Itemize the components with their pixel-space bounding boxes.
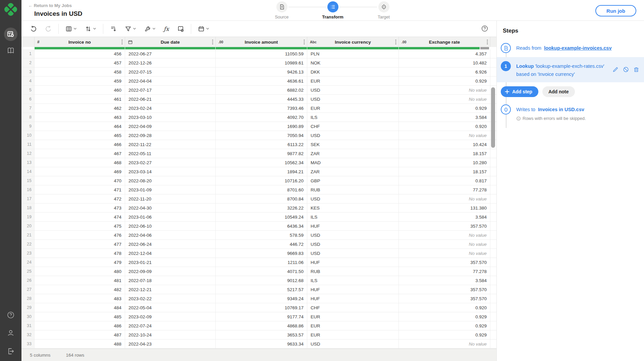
- write-step[interactable]: Writes to Invoices in USD.csv: [497, 100, 644, 115]
- cell-invoice-amount[interactable]: 10989.61: [216, 58, 307, 67]
- cell-exchange-rate[interactable]: 10.280: [399, 158, 490, 167]
- table-row[interactable]: 64612022-06-214445.33USDNo value: [21, 95, 496, 104]
- stepper-transform[interactable]: Transform: [326, 1, 339, 19]
- cell-invoice-currency[interactable]: ILS: [307, 276, 399, 285]
- table-row[interactable]: 144692023-03-141894.21ZAR18.157: [21, 167, 496, 176]
- cell-invoice-no[interactable]: 458: [35, 67, 125, 76]
- table-row[interactable]: 94642022-04-091690.89CHF0.920: [21, 122, 496, 131]
- cell-invoice-no[interactable]: 484: [35, 303, 125, 312]
- table-row[interactable]: 154702022-08-2010716.20GBP0.817: [21, 176, 496, 185]
- cell-exchange-rate[interactable]: 0.929: [399, 77, 490, 85]
- column-header-invoice-amount[interactable]: .00Invoice amount: [216, 37, 307, 47]
- cell-invoice-currency[interactable]: KES: [307, 204, 399, 212]
- cell-due-date[interactable]: 2022-06-21: [125, 95, 216, 103]
- cell-invoice-no[interactable]: 475: [35, 222, 125, 230]
- cell-exchange-rate[interactable]: No value: [399, 340, 490, 348]
- column-header-invoice-currency[interactable]: AbcInvoice currency: [307, 37, 399, 47]
- cell-invoice-no[interactable]: 472: [35, 194, 125, 203]
- table-row[interactable]: 54602022-07-176882.02USDNo value: [21, 86, 496, 95]
- table-row[interactable]: 334882022-04-239633.34USDNo value: [21, 340, 496, 349]
- cell-invoice-currency[interactable]: EUR: [307, 104, 399, 112]
- cell-exchange-rate[interactable]: 0.929: [399, 104, 490, 112]
- table-row[interactable]: 44592022-04-044636.61EUR0.929: [21, 77, 496, 86]
- cell-invoice-amount[interactable]: 8701.60: [216, 185, 307, 194]
- cell-invoice-currency[interactable]: EUR: [307, 312, 399, 321]
- table-row[interactable]: 184732022-04-303226.22KES131.380: [21, 204, 496, 213]
- cell-due-date[interactable]: 2022-08-20: [125, 176, 216, 185]
- cell-exchange-rate[interactable]: 10.482: [399, 58, 490, 67]
- cell-invoice-amount[interactable]: 1211.06: [216, 258, 307, 267]
- cell-exchange-rate[interactable]: 3.584: [399, 213, 490, 221]
- table-row[interactable]: 74622023-02-247393.46EUR0.929: [21, 104, 496, 113]
- cell-invoice-no[interactable]: 456: [35, 49, 125, 58]
- date-tools-button[interactable]: [194, 24, 213, 34]
- cell-due-date[interactable]: 2023-03-10: [125, 113, 216, 122]
- cell-invoice-currency[interactable]: USD: [307, 249, 399, 258]
- column-header-exchange-rate[interactable]: .00Exchange rate: [399, 37, 490, 47]
- rows-button[interactable]: [106, 24, 121, 34]
- cell-invoice-currency[interactable]: USD: [307, 231, 399, 239]
- cell-invoice-amount[interactable]: 10562.34: [216, 158, 307, 167]
- cell-due-date[interactable]: 2023-02-09: [125, 312, 216, 321]
- cell-invoice-no[interactable]: 482: [35, 285, 125, 294]
- cell-invoice-no[interactable]: 469: [35, 167, 125, 176]
- table-row[interactable]: 124672022-05-119877.82ZAR18.157: [21, 149, 496, 158]
- read-step[interactable]: Reads from lookup-example-invoices.csv: [497, 39, 644, 57]
- cell-invoice-no[interactable]: 468: [35, 158, 125, 167]
- cell-due-date[interactable]: 2022-04-06: [125, 231, 216, 239]
- table-row[interactable]: 114662022-11-226113.22SEK10.424: [21, 140, 496, 149]
- cell-invoice-no[interactable]: 483: [35, 294, 125, 303]
- cell-invoice-amount[interactable]: 3653.57: [216, 330, 307, 339]
- cell-invoice-amount[interactable]: 6436.34: [216, 222, 307, 230]
- table-row[interactable]: 194742023-01-0610549.24ILS3.584: [21, 213, 496, 222]
- cell-exchange-rate[interactable]: 10.424: [399, 140, 490, 149]
- toolbar-help-icon[interactable]: [480, 24, 489, 33]
- cell-due-date[interactable]: 2022-04-30: [125, 204, 216, 212]
- table-row[interactable]: 324872022-10-243653.57EUR0.929: [21, 330, 496, 340]
- stepper-target[interactable]: Target: [377, 1, 390, 19]
- cell-due-date[interactable]: 2023-02-22: [125, 294, 216, 303]
- cell-due-date[interactable]: 2022-12-04: [125, 249, 216, 258]
- table-row[interactable]: 244792023-01-211211.06HUF357.570: [21, 258, 496, 267]
- cell-invoice-no[interactable]: 461: [35, 95, 125, 103]
- cell-exchange-rate[interactable]: 0.920: [399, 303, 490, 312]
- cell-due-date[interactable]: 2022-06-24: [125, 240, 216, 249]
- cell-due-date[interactable]: 2022-09-09: [125, 267, 216, 276]
- table-row[interactable]: 174722022-11-208700.84USDNo value: [21, 194, 496, 204]
- cell-invoice-amount[interactable]: 4092.70: [216, 113, 307, 122]
- cell-exchange-rate[interactable]: 357.570: [399, 222, 490, 230]
- cell-invoice-amount[interactable]: 8700.84: [216, 194, 307, 203]
- cell-due-date[interactable]: 2022-06-10: [125, 222, 216, 230]
- cell-invoice-currency[interactable]: PLN: [307, 49, 399, 58]
- edit-step-icon[interactable]: [612, 66, 619, 73]
- cell-due-date[interactable]: 2023-03-14: [125, 167, 216, 176]
- cell-invoice-currency[interactable]: ZAR: [307, 167, 399, 176]
- table-row[interactable]: 214762022-04-06578.59USDNo value: [21, 231, 496, 240]
- sort-button[interactable]: [81, 24, 100, 34]
- cell-exchange-rate[interactable]: 18.157: [399, 167, 490, 176]
- cell-invoice-no[interactable]: 462: [35, 104, 125, 112]
- column-menu-icon[interactable]: [121, 39, 123, 45]
- cell-invoice-currency[interactable]: USD: [307, 95, 399, 103]
- columns-button[interactable]: [61, 24, 81, 34]
- cell-invoice-no[interactable]: 480: [35, 267, 125, 276]
- cell-invoice-currency[interactable]: USD: [307, 86, 399, 94]
- table-row[interactable]: 224772022-06-24446.72USDNo value: [21, 240, 496, 249]
- cell-due-date[interactable]: 2022-04-04: [125, 77, 216, 85]
- cell-invoice-no[interactable]: 460: [35, 86, 125, 94]
- table-row[interactable]: 204752022-06-106436.34HUF357.570: [21, 222, 496, 231]
- cell-invoice-currency[interactable]: USD: [307, 240, 399, 249]
- cell-invoice-currency[interactable]: NOK: [307, 58, 399, 67]
- cell-invoice-currency[interactable]: ZAR: [307, 149, 399, 158]
- cell-invoice-amount[interactable]: 578.59: [216, 231, 307, 239]
- cell-invoice-amount[interactable]: 5217.57: [216, 285, 307, 294]
- cell-exchange-rate[interactable]: 77.278: [399, 267, 490, 276]
- cell-due-date[interactable]: 2022-11-20: [125, 194, 216, 203]
- cell-exchange-rate[interactable]: 131.380: [399, 204, 490, 212]
- undo-button[interactable]: [26, 24, 41, 34]
- cell-invoice-no[interactable]: 466: [35, 140, 125, 149]
- disable-step-icon[interactable]: [623, 66, 629, 73]
- cell-invoice-amount[interactable]: 7393.46: [216, 104, 307, 112]
- cell-invoice-no[interactable]: 464: [35, 122, 125, 131]
- table-row[interactable]: 304852023-02-099177.74EUR0.929: [21, 312, 496, 321]
